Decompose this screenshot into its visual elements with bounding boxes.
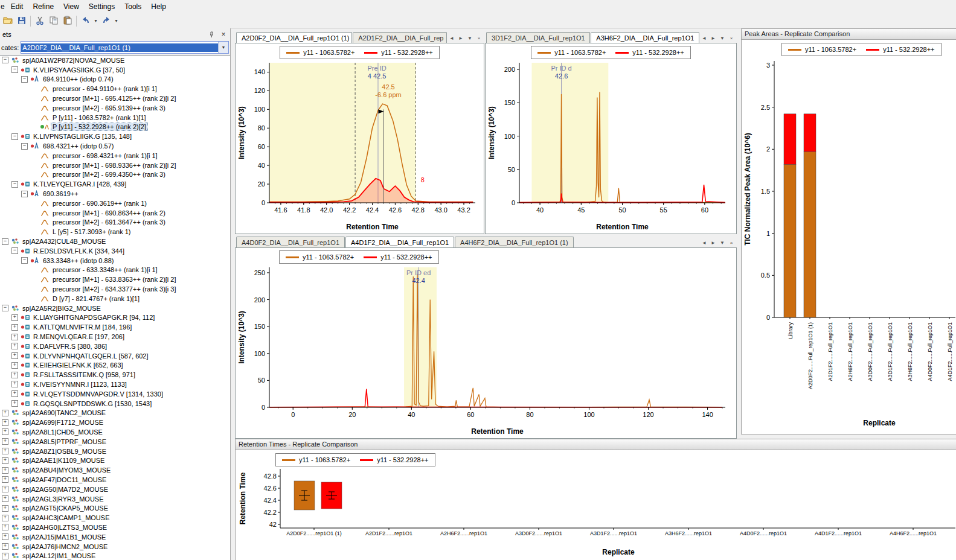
peptide-node[interactable]: +R.VLQEYTSDDMNVAPGDR.V [1314, 1330] xyxy=(0,389,230,399)
expand-box[interactable]: + xyxy=(11,381,18,387)
expand-box[interactable]: + xyxy=(2,515,8,521)
protein-node[interactable]: +sp|A2AG50|MA7D2_MOUSE xyxy=(0,485,230,494)
protein-node[interactable]: +sp|A2AGT5|CKAP5_MOUSE xyxy=(0,503,230,513)
expand-box[interactable]: + xyxy=(11,343,18,349)
tab-menu-button[interactable]: ▼ xyxy=(718,238,727,247)
tab-scroll-right-button[interactable]: ► xyxy=(709,34,717,43)
chart-tab[interactable]: A3H6F2_DIA__DIA_Full_rep1O1 xyxy=(591,32,699,43)
protein-node[interactable]: +sp|A2AHG0|LZTS3_MOUSE xyxy=(0,523,230,532)
peptide-node[interactable]: +R.FSLLTASSSITEMK.Q [958, 971] xyxy=(0,370,230,380)
expand-box[interactable]: + xyxy=(2,543,8,550)
close-button[interactable]: × xyxy=(727,34,736,43)
transition-node[interactable]: precursor [M+1] - 633.8363++ (rank 2)[i … xyxy=(0,275,230,284)
tab-scroll-left-button[interactable]: ◄ xyxy=(448,34,456,43)
transition-node[interactable]: precursor [M+2] - 634.3377++ (rank 3)[i … xyxy=(0,284,230,294)
collapse-box[interactable]: − xyxy=(21,76,28,83)
protein-node[interactable]: +sp|A2A8L1|CHD5_MOUSE xyxy=(0,427,230,437)
menu-help[interactable]: Help xyxy=(146,1,171,13)
expand-box[interactable]: + xyxy=(11,314,18,321)
expand-box[interactable]: + xyxy=(11,324,18,331)
transition-node[interactable]: precursor [M+1] - 695.4125++ (rank 2)[i … xyxy=(0,94,230,103)
copy-button[interactable] xyxy=(47,14,60,28)
expand-box[interactable]: + xyxy=(2,428,8,435)
peptide-node[interactable]: +R.GQSQLSNPTDDSWK.G [1530, 1543] xyxy=(0,399,230,409)
menu-tools[interactable]: Tools xyxy=(120,1,146,13)
transition-node[interactable]: precursor [M+2] - 699.4350++ (rank 3) xyxy=(0,170,230,180)
transition-node[interactable]: P [y11] - 532.2928++ (rank 2)[2] xyxy=(0,122,230,132)
dropdown-arrow-icon[interactable]: ▼ xyxy=(218,42,228,53)
collapse-box[interactable]: − xyxy=(11,66,18,73)
expand-box[interactable]: + xyxy=(11,334,18,340)
protein-node[interactable]: −sp|A2A432|CUL4B_MOUSE xyxy=(0,237,230,246)
peptide-node[interactable]: −K.LIVPNSTAGLIIGK.G [135, 148] xyxy=(0,132,230,141)
protein-node[interactable]: +sp|A2AJ15|MA1B1_MOUSE xyxy=(0,532,230,542)
cut-button[interactable] xyxy=(33,14,47,28)
protein-node[interactable]: +sp|A2ABU4|MYOM3_MOUSE xyxy=(0,465,230,475)
peptide-node[interactable]: −R.EDSLDSVLFLK.K [334, 344] xyxy=(0,246,230,256)
protein-node[interactable]: −sp|A2A5R2|BIG2_MOUSE xyxy=(0,304,230,313)
peptide-node[interactable]: +K.ATLTQMLNVIFTR.M [184, 196] xyxy=(0,322,230,332)
chart-tab[interactable]: A2D1F2_DIA__DIA_Full_rep xyxy=(353,32,447,43)
replicates-dropdown[interactable]: A2D0F2_DIA__DIA_Full_rep1O1 (1) ▼ xyxy=(21,41,229,54)
protein-node[interactable]: +sp|A2A8Z1|OSBL9_MOUSE xyxy=(0,447,230,456)
peptide-node[interactable]: +K.EIIEHGIELFNK.K [652, 663] xyxy=(0,361,230,371)
tab-scroll-right-button[interactable]: ► xyxy=(709,238,717,247)
menu-refine[interactable]: Refine xyxy=(28,1,59,13)
precursor-node[interactable]: −690.3619++ xyxy=(0,189,230,199)
chart-tab[interactable]: 3D1F2_DIA__DIA_Full_rep1O1 xyxy=(486,32,590,43)
transition-node[interactable]: precursor - 698.4321++ (rank 1)[i 1] xyxy=(0,151,230,161)
expand-box[interactable]: + xyxy=(2,457,8,464)
protein-node[interactable]: +sp|A2AJ76|HMCN2_MOUSE xyxy=(0,542,230,552)
protein-node[interactable]: +sp|A2AAE1|K1109_MOUSE xyxy=(0,456,230,465)
paste-button[interactable] xyxy=(60,14,74,28)
expand-box[interactable]: + xyxy=(11,400,18,407)
transition-node[interactable]: precursor - 633.3348++ (rank 1)[i 1] xyxy=(0,266,230,275)
precursor-node[interactable]: −633.3348++ (idotp 0.88) xyxy=(0,256,230,266)
collapse-box[interactable]: − xyxy=(21,257,28,264)
transition-node[interactable]: precursor [M+2] - 695.9139++ (rank 3) xyxy=(0,103,230,113)
collapse-box[interactable]: − xyxy=(21,143,28,150)
menu-view[interactable]: View xyxy=(59,1,84,13)
expand-box[interactable]: + xyxy=(2,533,8,540)
expand-box[interactable]: + xyxy=(2,495,8,502)
expand-box[interactable]: + xyxy=(11,352,18,359)
expand-box[interactable]: + xyxy=(11,372,18,378)
peptide-node[interactable]: −K.TLVEYQELTGAR.I [428, 439] xyxy=(0,179,230,189)
tab-scroll-left-button[interactable]: ◄ xyxy=(700,238,708,247)
tab-scroll-left-button[interactable]: ◄ xyxy=(700,34,708,43)
tab-scroll-right-button[interactable]: ► xyxy=(457,34,465,43)
expand-box[interactable]: + xyxy=(2,448,8,454)
expand-box[interactable]: + xyxy=(2,467,8,474)
peak-areas-chart[interactable]: 00.511.522.53LibraryA2D0F2......Full_rep… xyxy=(742,56,955,433)
transition-node[interactable]: L [y5] - 517.3093+ (rank 1) xyxy=(0,227,230,237)
expand-box[interactable]: + xyxy=(11,362,18,369)
precursor-node[interactable]: −698.4321++ (idotp 0.57) xyxy=(0,141,230,151)
transition-node[interactable]: precursor - 690.3619++ (rank 1) xyxy=(0,199,230,208)
expand-box[interactable]: + xyxy=(2,524,8,530)
protein-node[interactable]: +sp|A2AGL3|RYR3_MOUSE xyxy=(0,494,230,504)
peptide-node[interactable]: +K.DAFLVFR.S [380, 386] xyxy=(0,342,230,351)
transition-node[interactable]: precursor [M+2] - 691.3647++ (rank 3) xyxy=(0,218,230,228)
collapse-box[interactable]: − xyxy=(11,181,18,188)
expand-box[interactable]: + xyxy=(2,486,8,492)
expand-box[interactable]: + xyxy=(2,476,8,483)
protein-node[interactable]: +sp|A2A8L5|PTPRF_MOUSE xyxy=(0,437,230,447)
expand-box[interactable]: + xyxy=(2,438,8,445)
expand-box[interactable]: + xyxy=(2,419,8,426)
protein-node[interactable]: +sp|A2AL12|IM1_MOUSE xyxy=(0,551,230,560)
peptide-node[interactable]: +K.DLYVNPNHQATLGQER.L [587, 602] xyxy=(0,351,230,361)
close-button[interactable]: × xyxy=(475,34,483,43)
collapse-box[interactable]: − xyxy=(11,133,18,140)
chart-tab[interactable]: A4D0F2_DIA__DIA_Full_rep1O1 xyxy=(236,237,345,247)
protein-node[interactable]: +sp|A2A699|F1712_MOUSE xyxy=(0,418,230,427)
protein-node[interactable]: +sp|A2AF47|DOC11_MOUSE xyxy=(0,475,230,485)
auto-hide-pin-button[interactable] xyxy=(207,30,216,39)
chromatogram-chart[interactable]: 020406080100120140050100150200250Pr ID e… xyxy=(236,264,736,438)
protein-node[interactable]: +sp|A2AHC3|CAMP1_MOUSE xyxy=(0,513,230,523)
save-button[interactable] xyxy=(14,14,28,28)
transition-node[interactable]: D [y7] - 821.4767+ (rank 1)[1] xyxy=(0,294,230,304)
file-menu-fragment[interactable]: e xyxy=(0,1,6,13)
expand-box[interactable]: + xyxy=(11,390,18,397)
collapse-box[interactable]: − xyxy=(11,247,18,254)
chromatogram-chart[interactable]: 4045505560050100150200Pr ID d42.6Retenti… xyxy=(486,59,736,233)
